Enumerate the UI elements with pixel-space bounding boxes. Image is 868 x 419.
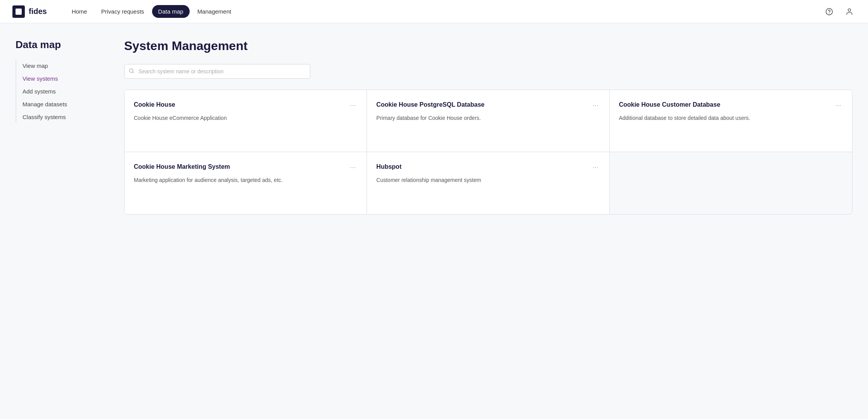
svg-point-2	[848, 9, 851, 11]
nav-data-map[interactable]: Data map	[152, 5, 190, 18]
nav-privacy-requests[interactable]: Privacy requests	[95, 5, 150, 18]
card-header: Cookie House PostgreSQL Database ···	[376, 101, 600, 109]
card-menu-button[interactable]: ···	[591, 163, 600, 171]
sidebar-title: Data map	[16, 39, 99, 51]
card-menu-button[interactable]: ···	[834, 101, 843, 109]
card-menu-button[interactable]: ···	[348, 101, 357, 109]
card-description: Additional database to store detailed da…	[619, 114, 843, 122]
system-card-hubspot[interactable]: Hubspot ··· Customer relationship manage…	[367, 152, 609, 214]
card-menu-button[interactable]: ···	[348, 163, 357, 171]
card-header: Cookie House ···	[134, 101, 357, 109]
logo-area: fides	[12, 5, 47, 18]
sidebar-item-view-map[interactable]: View map	[22, 60, 99, 71]
card-header: Cookie House Marketing System ···	[134, 163, 357, 171]
card-title: Cookie House Customer Database	[619, 101, 834, 109]
system-card-empty	[610, 152, 852, 214]
nav-links: Home Privacy requests Data map Managemen…	[66, 5, 811, 18]
card-title: Hubspot	[376, 163, 591, 171]
sidebar-item-manage-datasets[interactable]: Manage datasets	[22, 99, 99, 110]
card-header: Hubspot ···	[376, 163, 600, 171]
system-card-postgresql[interactable]: Cookie House PostgreSQL Database ··· Pri…	[367, 90, 609, 152]
sidebar-item-classify-systems[interactable]: Classify systems	[22, 111, 99, 123]
card-description: Primary database for Cookie House orders…	[376, 114, 600, 122]
card-title: Cookie House PostgreSQL Database	[376, 101, 591, 109]
sidebar-item-add-systems[interactable]: Add systems	[22, 86, 99, 97]
card-description: Cookie House eCommerce Application	[134, 114, 357, 122]
page-title: System Management	[124, 39, 852, 53]
systems-grid: Cookie House ··· Cookie House eCommerce …	[124, 90, 852, 215]
system-card-cookie-house[interactable]: Cookie House ··· Cookie House eCommerce …	[124, 90, 367, 152]
system-card-customer-db[interactable]: Cookie House Customer Database ··· Addit…	[610, 90, 852, 152]
main-content: System Management Cookie House ···	[109, 23, 868, 419]
sidebar-item-view-systems[interactable]: View systems	[22, 73, 99, 84]
search-icon	[129, 68, 134, 75]
card-description: Marketing application for audience analy…	[134, 176, 357, 184]
card-header: Cookie House Customer Database ···	[619, 101, 843, 109]
top-nav: fides Home Privacy requests Data map Man…	[0, 0, 868, 23]
logo-icon-inner	[16, 9, 22, 15]
nav-home[interactable]: Home	[66, 5, 93, 18]
card-title: Cookie House Marketing System	[134, 163, 348, 171]
logo-text: fides	[29, 7, 47, 16]
help-button[interactable]	[823, 5, 835, 18]
logo-icon	[12, 5, 25, 18]
search-container	[124, 64, 852, 79]
user-button[interactable]	[843, 5, 856, 18]
svg-line-4	[133, 72, 134, 73]
card-menu-button[interactable]: ···	[591, 101, 600, 109]
nav-management[interactable]: Management	[191, 5, 238, 18]
sidebar-nav: View map View systems Add systems Manage…	[16, 60, 99, 123]
search-input[interactable]	[124, 64, 310, 79]
page-layout: Data map View map View systems Add syste…	[0, 23, 868, 419]
nav-right	[823, 5, 856, 18]
system-card-marketing[interactable]: Cookie House Marketing System ··· Market…	[124, 152, 367, 214]
card-description: Customer relationship management system	[376, 176, 600, 184]
sidebar: Data map View map View systems Add syste…	[0, 23, 109, 419]
search-input-wrapper	[124, 64, 310, 79]
card-title: Cookie House	[134, 101, 348, 109]
